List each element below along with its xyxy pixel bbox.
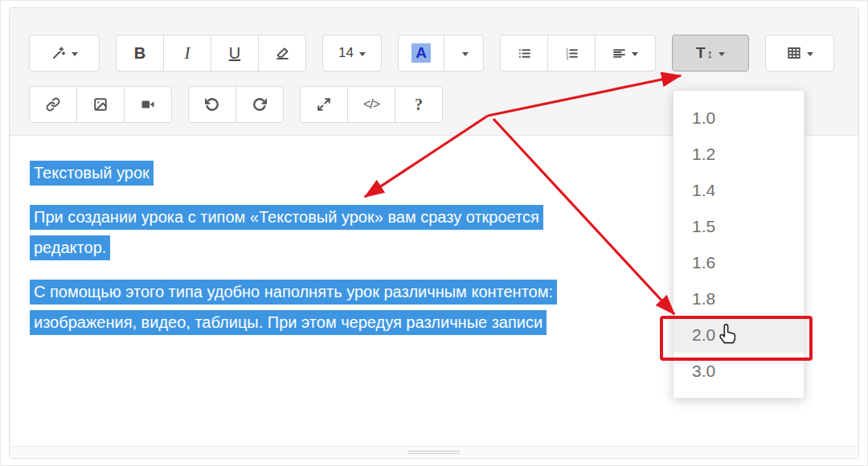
line-height-dropdown-menu: 1.0 1.2 1.4 1.5 1.6 1.8 2.0 3.0 bbox=[673, 90, 805, 399]
lineheight-option-3-0[interactable]: 3.0 bbox=[674, 353, 804, 389]
selected-text: С помощью этого типа удобно наполнять ур… bbox=[30, 280, 557, 305]
ordered-list-button[interactable]: 1 2 3 bbox=[547, 35, 596, 72]
font-color-letter: A bbox=[411, 43, 431, 63]
magic-wand-icon bbox=[51, 46, 66, 60]
table-dropdown-button[interactable] bbox=[765, 35, 834, 72]
undo-icon bbox=[205, 97, 219, 112]
style-dropdown-button[interactable] bbox=[29, 35, 100, 72]
italic-button[interactable]: I bbox=[163, 35, 211, 72]
link-icon bbox=[46, 97, 60, 112]
undo-button[interactable] bbox=[188, 86, 236, 123]
lineheight-option-1-8[interactable]: 1.8 bbox=[674, 280, 804, 317]
selected-text: изображения, видео, таблицы. При этом че… bbox=[30, 310, 547, 335]
insert-video-button[interactable] bbox=[124, 86, 172, 123]
font-color-group: A bbox=[398, 35, 484, 72]
font-color-dropdown-button[interactable] bbox=[444, 35, 484, 72]
italic-label: I bbox=[185, 43, 190, 63]
unordered-list-button[interactable] bbox=[500, 35, 548, 72]
bold-button[interactable]: B bbox=[116, 35, 164, 72]
chevron-down-icon bbox=[807, 52, 813, 56]
selected-text: редактор. bbox=[30, 235, 110, 260]
clear-format-button[interactable] bbox=[258, 35, 306, 72]
lineheight-option-1-5[interactable]: 1.5 bbox=[674, 208, 804, 244]
view-group: </> ? bbox=[300, 86, 443, 123]
chevron-down-icon bbox=[632, 52, 638, 56]
line-height-dropdown-button[interactable]: T ↕ bbox=[672, 35, 749, 72]
unordered-list-icon bbox=[518, 47, 531, 60]
lineheight-option-1-4[interactable]: 1.4 bbox=[674, 172, 804, 208]
insert-group bbox=[29, 86, 172, 123]
svg-text:3: 3 bbox=[566, 55, 569, 59]
fontsize-group: 14 bbox=[322, 35, 382, 72]
underline-button[interactable]: U bbox=[211, 35, 259, 72]
align-left-icon bbox=[612, 47, 626, 60]
text-height-arrow-icon: ↕ bbox=[707, 47, 714, 60]
paragraph-align-dropdown-button[interactable] bbox=[595, 35, 656, 72]
eraser-icon bbox=[276, 47, 289, 60]
history-group bbox=[188, 86, 284, 123]
bold-label: B bbox=[134, 44, 145, 63]
resize-handle[interactable] bbox=[408, 449, 460, 456]
redo-button[interactable] bbox=[235, 86, 284, 123]
selected-text: При создании урока с типом «Текстовый ур… bbox=[30, 205, 543, 230]
help-label: ? bbox=[415, 96, 423, 114]
table-group bbox=[765, 35, 834, 72]
lineheight-option-1-6[interactable]: 1.6 bbox=[674, 244, 804, 280]
redo-icon bbox=[252, 97, 267, 112]
chevron-down-icon bbox=[72, 52, 78, 56]
code-view-button[interactable]: </> bbox=[347, 86, 395, 123]
lineheight-option-1-2[interactable]: 1.2 bbox=[674, 136, 804, 172]
video-icon bbox=[141, 97, 155, 112]
fontsize-dropdown-button[interactable]: 14 bbox=[322, 35, 382, 72]
chevron-down-icon bbox=[719, 52, 725, 56]
chevron-down-icon bbox=[359, 52, 366, 56]
chevron-down-icon bbox=[462, 52, 469, 56]
help-button[interactable]: ? bbox=[395, 86, 443, 123]
image-icon bbox=[93, 97, 108, 112]
lineheight-option-2-0[interactable]: 2.0 bbox=[674, 317, 804, 353]
insert-link-button[interactable] bbox=[29, 86, 77, 123]
style-group bbox=[29, 35, 100, 72]
toolbar-row-1: B I U 14 bbox=[29, 35, 844, 72]
insert-image-button[interactable] bbox=[76, 86, 125, 123]
font-color-button[interactable]: A bbox=[398, 35, 444, 72]
fullscreen-button[interactable] bbox=[300, 86, 348, 123]
ordered-list-icon: 1 2 3 bbox=[565, 47, 579, 60]
code-view-label: </> bbox=[363, 97, 379, 112]
line-height-letter: T bbox=[696, 44, 706, 62]
lineheight-group: T ↕ bbox=[672, 35, 749, 72]
font-style-group: B I U bbox=[116, 35, 306, 72]
fullscreen-icon bbox=[317, 97, 331, 112]
selected-text: Текстовый урок bbox=[30, 161, 154, 186]
list-group: 1 2 3 bbox=[500, 35, 656, 72]
table-icon bbox=[787, 46, 801, 60]
editor-statusbar bbox=[10, 446, 858, 458]
lineheight-option-1-0[interactable]: 1.0 bbox=[674, 100, 804, 136]
underline-label: U bbox=[229, 44, 240, 63]
fontsize-value: 14 bbox=[338, 45, 354, 61]
